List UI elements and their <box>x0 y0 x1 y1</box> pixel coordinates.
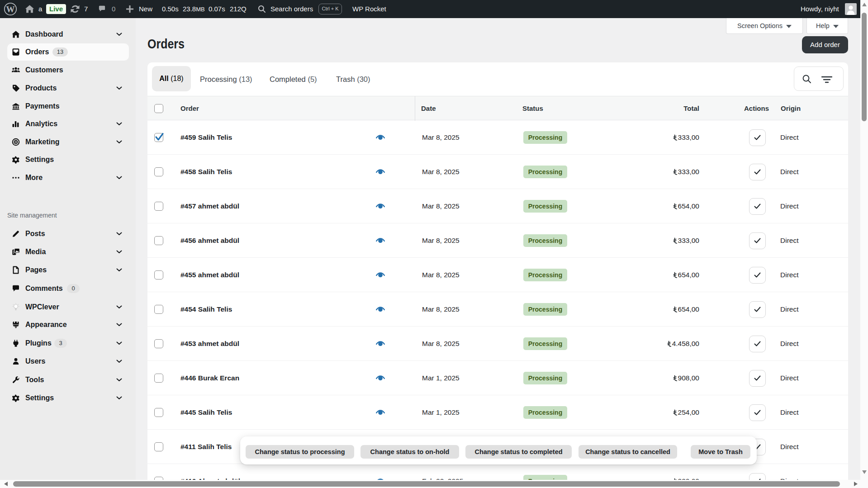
svg-text:W: W <box>6 5 15 14</box>
